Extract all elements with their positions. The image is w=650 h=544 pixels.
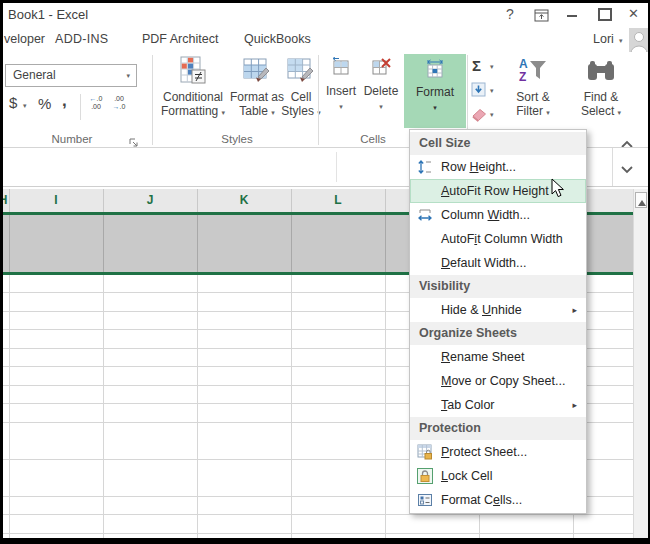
user-name[interactable]: Lori [593, 32, 614, 46]
insert-button[interactable]: Insert ▾ [322, 55, 360, 127]
format-label: Format [404, 85, 466, 99]
cf-caret-icon: ▾ [222, 109, 226, 116]
decrease-decimal-arrow: → [113, 103, 120, 110]
format-as-table-icon [242, 56, 272, 90]
comma-style-button[interactable]: , [62, 91, 67, 111]
clear-button[interactable] [470, 106, 488, 126]
delete-caret-icon: ▾ [361, 103, 401, 110]
svg-text:Z: Z [519, 70, 526, 84]
tab-add-ins[interactable]: ADD-INS [55, 32, 109, 46]
column-header-i[interactable]: I [9, 193, 103, 207]
find-select-label2: Select ▾ [568, 104, 634, 118]
conditional-formatting-button[interactable]: Conditional Formatting ▾ [155, 55, 231, 131]
conditional-formatting-icon [178, 56, 208, 90]
cell-styles-label2: Styles ▾ [279, 104, 323, 118]
svg-text:A: A [519, 57, 528, 71]
percent-style-button[interactable]: % [38, 95, 51, 112]
clear-caret-icon[interactable]: ▾ [490, 111, 494, 118]
submenu-arrow-icon: ▸ [572, 393, 577, 417]
sort-filter-label1: Sort & [500, 90, 566, 104]
chevron-down-icon: ▾ [126, 72, 130, 79]
delete-label: Delete [361, 84, 401, 98]
cell-styles-button[interactable]: Cell Styles ▾ [283, 55, 319, 131]
insert-caret-icon: ▾ [322, 103, 360, 110]
sort-filter-label2: Filter ▾ [500, 104, 566, 118]
format-button[interactable]: Format ▾ [404, 54, 466, 128]
delete-cells-icon [371, 57, 391, 81]
lock-cell-icon [417, 468, 433, 484]
mouse-cursor [551, 178, 566, 204]
format-cells-icon [417, 492, 433, 508]
cell-styles-icon [286, 56, 316, 90]
menu-header-protection: Protection [410, 417, 586, 440]
insert-label: Insert [322, 84, 360, 98]
scroll-up-arrow-icon [638, 200, 646, 206]
menu-item-protect-sheet[interactable]: Protect Sheet... [410, 440, 586, 464]
submenu-arrow-icon: ▸ [572, 298, 577, 322]
cell-styles-label1: Cell [283, 90, 319, 104]
menu-item-rename-sheet[interactable]: Rename Sheet [410, 345, 586, 369]
tab-quickbooks[interactable]: QuickBooks [244, 32, 311, 46]
conditional-formatting-label1: Conditional [155, 90, 231, 104]
window-title: Book1 - Excel [8, 7, 88, 22]
column-width-icon [417, 207, 433, 223]
close-icon[interactable]: ✕ [628, 6, 639, 21]
maximize-icon[interactable] [598, 8, 612, 21]
menu-item-autofit-column-width[interactable]: AutoFit Column Width [410, 227, 586, 251]
fat-caret-icon: ▾ [271, 109, 275, 116]
insert-cells-icon [331, 57, 351, 81]
sort-filter-button[interactable]: A Z Sort & Filter ▾ [500, 55, 566, 131]
menu-item-tab-color[interactable]: Tab Color ▸ [410, 393, 586, 417]
menu-item-default-width[interactable]: Default Width... [410, 251, 586, 275]
sf-caret-icon: ▾ [546, 109, 550, 116]
menu-item-hide-unhide[interactable]: Hide & Unhide ▸ [410, 298, 586, 322]
menu-header-visibility: Visibility [410, 275, 586, 298]
increase-decimal-button[interactable]: ←.0 .00 [85, 95, 107, 111]
format-icon [424, 57, 446, 83]
protect-sheet-icon [417, 444, 433, 460]
currency-caret-icon[interactable]: ▾ [23, 102, 27, 109]
fill-caret-icon[interactable]: ▾ [490, 87, 494, 94]
number-format-value: General [13, 68, 56, 82]
number-group-label: Number [17, 133, 127, 145]
conditional-formatting-label2: Formatting ▾ [155, 104, 231, 118]
autosum-button[interactable]: Σ [472, 57, 481, 74]
styles-group-label: Styles [192, 133, 282, 145]
find-select-label1: Find & [568, 90, 634, 104]
currency-button[interactable]: $ [9, 94, 17, 111]
number-format-select[interactable]: General ▾ [5, 64, 137, 87]
expand-formula-bar-icon[interactable] [620, 161, 634, 179]
menu-item-lock-cell[interactable]: Lock Cell [410, 464, 586, 488]
autosum-caret-icon[interactable]: ▾ [490, 63, 494, 70]
sort-filter-icon: A Z [517, 55, 549, 91]
decrease-decimal-button[interactable]: .00 →.0 [108, 95, 130, 111]
excel-window: Book1 - Excel ? ✕ veloper ADD-INS PDF Ar… [0, 0, 650, 544]
menu-header-organize-sheets: Organize Sheets [410, 322, 586, 345]
column-header-j[interactable]: J [103, 193, 197, 207]
find-select-button[interactable]: Find & Select ▾ [568, 55, 634, 131]
find-select-icon [587, 59, 615, 87]
fs-caret-icon: ▾ [618, 109, 622, 116]
cells-group-label: Cells [330, 133, 416, 145]
user-caret-icon[interactable]: ▾ [619, 37, 623, 44]
increase-decimal-arrow: ← [90, 95, 97, 102]
format-as-table-label2: Table ▾ [231, 104, 283, 118]
avatar[interactable] [629, 28, 649, 52]
column-header-k[interactable]: K [197, 193, 291, 207]
menu-item-column-width[interactable]: Column Width... [410, 203, 586, 227]
tab-pdf-architect[interactable]: PDF Architect [142, 32, 218, 46]
minimize-icon[interactable] [567, 15, 577, 17]
delete-button[interactable]: Delete ▾ [361, 55, 401, 127]
menu-header-cell-size: Cell Size [410, 132, 586, 155]
menu-item-format-cells[interactable]: Format Cells... [410, 488, 586, 512]
ribbon-display-options-icon[interactable] [534, 8, 549, 26]
menu-item-move-or-copy-sheet[interactable]: Move or Copy Sheet... [410, 369, 586, 393]
menu-item-row-height[interactable]: Row Height... [410, 155, 586, 179]
scroll-up-button[interactable] [635, 192, 647, 208]
vertical-scrollbar[interactable] [633, 189, 648, 538]
fill-button[interactable] [471, 82, 487, 102]
help-button[interactable]: ? [506, 6, 514, 22]
column-header-l[interactable]: L [291, 193, 385, 207]
tab-developer[interactable]: veloper [4, 32, 45, 46]
format-as-table-button[interactable]: Format as Table ▾ [231, 55, 283, 131]
